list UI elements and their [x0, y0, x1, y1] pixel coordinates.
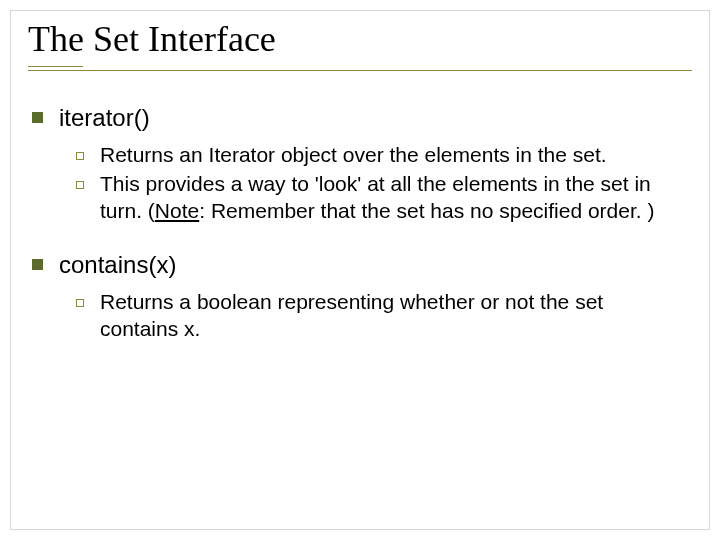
square-bullet-icon: [32, 112, 43, 123]
square-bullet-icon: [32, 259, 43, 270]
sub-list: Returns an Iterator object over the elem…: [76, 142, 688, 225]
heading-contains: contains(x): [59, 251, 176, 279]
bullet-level2: Returns an Iterator object over the elem…: [76, 142, 688, 169]
slide-title: The Set Interface: [28, 18, 692, 60]
sub-text: Returns a boolean representing whether o…: [100, 289, 660, 343]
slide: The Set Interface iterator() Returns an …: [0, 0, 720, 540]
content: iterator() Returns an Iterator object ov…: [28, 104, 692, 342]
hollow-square-bullet-icon: [76, 299, 84, 307]
sub-text-post: : Remember that the set has no specified…: [199, 199, 654, 222]
heading-iterator: iterator(): [59, 104, 150, 132]
title-rule-long: [28, 70, 692, 71]
title-rule: [28, 66, 692, 76]
sub-text: Returns an Iterator object over the elem…: [100, 142, 607, 169]
hollow-square-bullet-icon: [76, 152, 84, 160]
note-label: Note: [155, 199, 199, 222]
bullet-level1: contains(x): [32, 251, 688, 279]
sub-text: This provides a way to 'look' at all the…: [100, 171, 660, 225]
sub-list: Returns a boolean representing whether o…: [76, 289, 688, 343]
bullet-level1: iterator(): [32, 104, 688, 132]
title-rule-short: [28, 66, 83, 67]
bullet-level2: This provides a way to 'look' at all the…: [76, 171, 688, 225]
bullet-level2: Returns a boolean representing whether o…: [76, 289, 688, 343]
hollow-square-bullet-icon: [76, 181, 84, 189]
